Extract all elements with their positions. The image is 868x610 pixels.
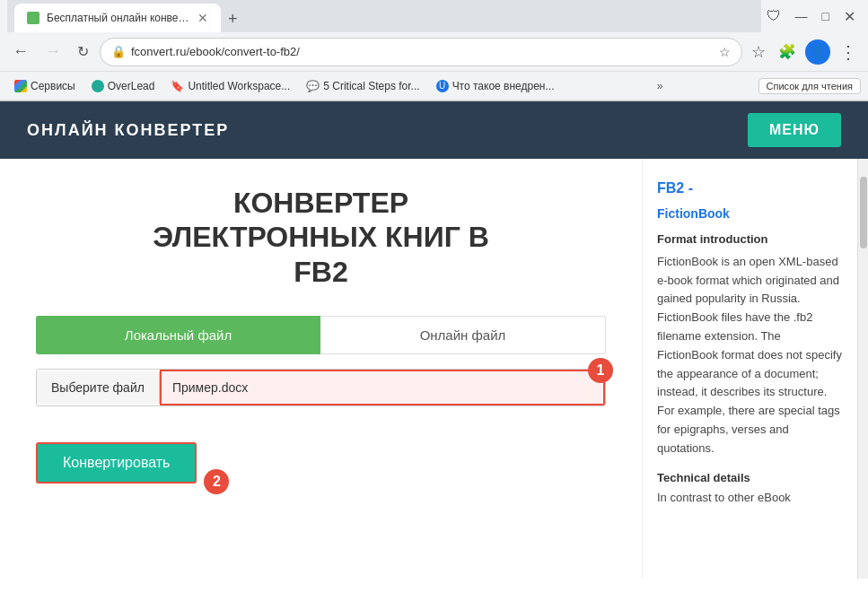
sidebar-fb2-subtitle: FictionBook — [657, 204, 843, 223]
close-button[interactable]: ✕ — [838, 8, 861, 25]
menu-button[interactable]: МЕНЮ — [748, 113, 841, 147]
file-input-field[interactable]: Пример.docx — [160, 370, 605, 405]
nav-bar: ← → ↻ 🔒 fconvert.ru/ebook/convert-to-fb2… — [0, 32, 868, 72]
choose-file-label[interactable]: Выберите файл — [37, 371, 160, 404]
tab-favicon — [27, 12, 39, 24]
title-bar: Бесплатный онлайн конвертер ✕ + 🛡 — □ ✕ — [0, 0, 868, 32]
sidebar-section1-text: FictionBook is an open XML-based e-book … — [657, 253, 843, 458]
bookmarks-bar: Сервисы OverLead 🔖 Untitled Workspace...… — [0, 72, 868, 100]
scrollbar[interactable] — [857, 159, 868, 579]
file-input-row: Выберите файл Пример.docx — [36, 369, 606, 406]
star-bookmark-icon[interactable]: ☆ — [748, 42, 769, 62]
website: ОНЛАЙН КОНВЕРТЕР МЕНЮ КОНВЕРТЕР ЭЛЕКТРОН… — [0, 101, 868, 579]
step-badge-1: 1 — [588, 358, 613, 383]
circle-icon: U — [436, 80, 449, 92]
convert-button[interactable]: Конвертировать — [36, 442, 197, 484]
bookmark-overlead[interactable]: OverLead — [84, 77, 162, 95]
shield-icon: 🛡 — [761, 8, 786, 25]
file-input-container: Выберите файл Пример.docx 1 — [36, 369, 606, 406]
site-header: ОНЛАЙН КОНВЕРТЕР МЕНЮ — [0, 101, 868, 159]
step-badge-2: 2 — [204, 469, 229, 494]
bookmark-workspace[interactable]: 🔖 Untitled Workspace... — [163, 77, 297, 95]
reload-button[interactable]: ↻ — [72, 39, 94, 64]
overlead-icon — [92, 80, 104, 92]
bookmark-label: OverLead — [108, 80, 155, 92]
chat-icon: 💬 — [306, 80, 320, 92]
local-file-tab[interactable]: Локальный файл — [36, 316, 320, 354]
window-controls: 🛡 — □ ✕ — [761, 8, 861, 25]
bookmark-critical[interactable]: 💬 5 Critical Steps for... — [299, 77, 426, 95]
site-main: КОНВЕРТЕР ЭЛЕКТРОННЫХ КНИГ В FB2 Локальн… — [0, 159, 868, 579]
back-button[interactable]: ← — [7, 39, 34, 65]
online-file-tab[interactable]: Онлайн файл — [320, 316, 606, 354]
browser-chrome: Бесплатный онлайн конвертер ✕ + 🛡 — □ ✕ … — [0, 0, 868, 101]
minimize-button[interactable]: — — [790, 8, 813, 25]
sidebar-section1-title: Format introduction — [657, 231, 843, 249]
page-title: КОНВЕРТЕР ЭЛЕКТРОННЫХ КНИГ В FB2 — [36, 186, 606, 289]
lock-icon: 🔒 — [111, 45, 126, 58]
bookmark-label: Untitled Workspace... — [188, 80, 290, 92]
bookmark-label: Сервисы — [31, 80, 75, 92]
extensions-icon[interactable]: 🧩 — [775, 43, 800, 60]
profile-icon[interactable]: 👤 — [805, 39, 830, 65]
address-text: fconvert.ru/ebook/convert-to-fb2/ — [131, 45, 714, 58]
sidebar-section2-text: In contrast to other eBook — [657, 489, 843, 508]
address-bar[interactable]: 🔒 fconvert.ru/ebook/convert-to-fb2/ ☆ — [100, 38, 742, 66]
sidebar-info: FB2 - FictionBook Format introduction Fi… — [642, 159, 857, 579]
sidebar-fb2-title: FB2 - — [657, 177, 843, 200]
browser-tab[interactable]: Бесплатный онлайн конвертер ✕ — [14, 4, 221, 32]
maximize-button[interactable]: □ — [817, 8, 835, 25]
conversion-tabs: Локальный файл Онлайн файл — [36, 316, 606, 354]
new-tab-button[interactable]: + — [221, 6, 245, 32]
grid-icon — [14, 80, 27, 92]
bookmark-label: 5 Critical Steps for... — [323, 80, 419, 92]
tab-close-button[interactable]: ✕ — [197, 11, 208, 25]
reading-list-button[interactable]: Список для чтения — [758, 78, 861, 94]
site-logo: ОНЛАЙН КОНВЕРТЕР — [27, 121, 229, 140]
bookmark-label: Что такое внедрен... — [452, 80, 555, 92]
main-content: КОНВЕРТЕР ЭЛЕКТРОННЫХ КНИГ В FB2 Локальн… — [0, 159, 642, 579]
menu-icon[interactable]: ⋮ — [836, 41, 861, 63]
bookmark-services[interactable]: Сервисы — [7, 77, 83, 95]
star-icon[interactable]: ☆ — [719, 45, 731, 59]
sidebar-section2-title: Technical details — [657, 469, 843, 488]
file-value: Пример.docx — [172, 380, 248, 395]
convert-button-container: Конвертировать 2 — [36, 442, 197, 484]
bookmarks-more-button[interactable]: » — [652, 77, 669, 95]
bookmark-icon: 🔖 — [171, 80, 184, 92]
scrollbar-thumb[interactable] — [860, 177, 867, 248]
bookmark-vnedr[interactable]: U Что такое внедрен... — [429, 77, 562, 95]
tab-title: Бесплатный онлайн конвертер — [47, 12, 190, 24]
forward-button[interactable]: → — [39, 39, 66, 65]
